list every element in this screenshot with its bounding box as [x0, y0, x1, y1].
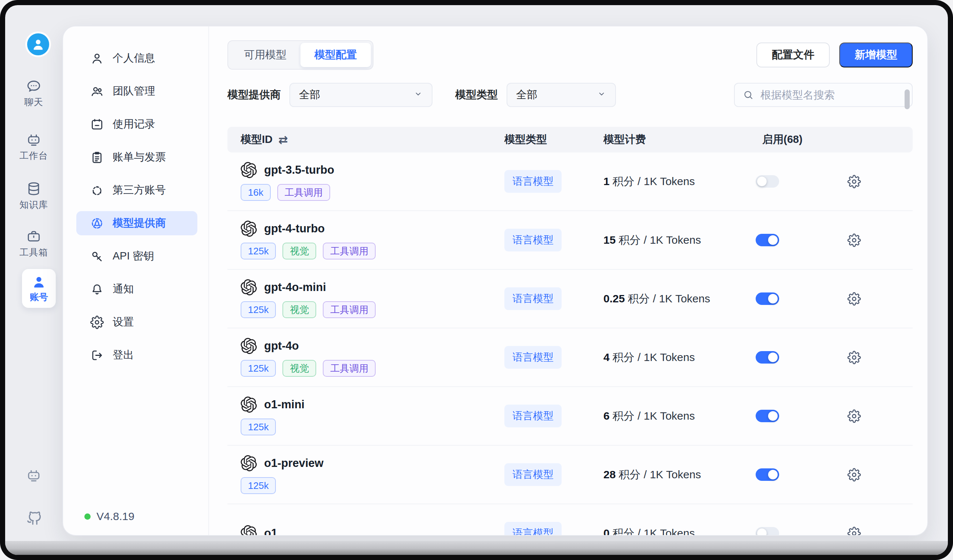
- model-tag: 125k: [241, 360, 276, 377]
- rail-item-account[interactable]: 账号: [22, 269, 56, 308]
- model-billing-cell: 1积分 / 1K Tokens: [604, 174, 756, 189]
- openai-logo-icon: [241, 338, 257, 354]
- robot-icon: [26, 132, 42, 147]
- model-cell: o1-preview 125k: [227, 455, 504, 494]
- toggle-knob: [768, 235, 778, 245]
- model-tag: 125k: [241, 419, 276, 435]
- rail-item-bot[interactable]: [5, 468, 62, 483]
- gear-icon[interactable]: [847, 234, 861, 247]
- gear-icon: [90, 316, 104, 329]
- rail-item-workbench[interactable]: 工作台: [5, 132, 62, 162]
- menu-label: 设置: [113, 315, 134, 330]
- model-name: gpt-3.5-turbo: [264, 164, 334, 176]
- model-name: o1-preview: [264, 456, 324, 470]
- rail-item-github[interactable]: [5, 509, 62, 526]
- model-tags: 125k视觉工具调用: [241, 301, 504, 318]
- model-type-badge: 语言模型: [504, 229, 562, 251]
- enable-toggle[interactable]: [756, 351, 779, 364]
- sort-icon[interactable]: ⇄: [278, 133, 288, 146]
- model-type-badge: 语言模型: [504, 522, 562, 536]
- enable-toggle[interactable]: [756, 292, 779, 305]
- menu-item-personal-info[interactable]: 个人信息: [76, 46, 197, 70]
- app-screen: 聊天 工作台 知识库 工具箱: [5, 5, 948, 555]
- account-sidebar: 个人信息 团队管理 使用记录: [63, 26, 209, 535]
- menu-item-settings[interactable]: 设置: [76, 310, 197, 334]
- tab-model-config[interactable]: 模型配置: [300, 43, 371, 67]
- openai-logo-icon: [241, 221, 257, 237]
- model-billing-cell: 15积分 / 1K Tokens: [604, 233, 756, 248]
- model-tag: 16k: [241, 184, 271, 201]
- gear-icon[interactable]: [847, 409, 861, 423]
- chevron-down-icon: [413, 89, 423, 101]
- menu-item-model-provider[interactable]: 模型提供商: [76, 211, 197, 235]
- tab-available-models[interactable]: 可用模型: [230, 43, 300, 67]
- menu-item-api-keys[interactable]: API 密钥: [76, 244, 197, 268]
- rail-item-toolbox[interactable]: 工具箱: [5, 229, 62, 258]
- user-avatar[interactable]: [25, 31, 51, 57]
- rail-item-knowledge[interactable]: 知识库: [5, 181, 62, 211]
- model-search[interactable]: [734, 83, 913, 107]
- table-row: gpt-4o-mini 125k视觉工具调用 语言模型 0.25积分 / 1K …: [227, 270, 913, 328]
- gear-icon[interactable]: [847, 351, 861, 364]
- enable-toggle[interactable]: [756, 469, 779, 481]
- table-row: o1-preview 125k 语言模型 28积分 / 1K Tokens: [227, 446, 913, 504]
- toggle-knob: [768, 294, 778, 303]
- model-name: gpt-4-turbo: [264, 222, 324, 235]
- menu-item-usage[interactable]: 使用记录: [76, 112, 197, 136]
- menu-label: API 密钥: [113, 249, 154, 263]
- key-icon: [90, 249, 104, 263]
- version-text: V4.8.19: [96, 510, 134, 523]
- provider-select[interactable]: 全部: [289, 83, 433, 107]
- gear-icon[interactable]: [847, 175, 861, 189]
- enable-toggle[interactable]: [756, 410, 779, 422]
- chevron-down-icon: [597, 89, 606, 101]
- gear-icon[interactable]: [847, 292, 861, 306]
- billing-unit: 积分 / 1K Tokens: [613, 175, 695, 187]
- menu-item-third-party[interactable]: 第三方账号: [76, 178, 197, 202]
- type-select[interactable]: 全部: [507, 83, 616, 107]
- model-type-cell: 语言模型: [504, 405, 604, 427]
- enable-toggle[interactable]: [756, 527, 779, 536]
- col-model-id: 模型ID: [241, 132, 273, 147]
- device-chin: [5, 541, 948, 555]
- menu-item-billing[interactable]: 账单与发票: [76, 145, 197, 169]
- model-name: o1-mini: [264, 398, 304, 411]
- device-frame: 聊天 工作台 知识库 工具箱: [0, 0, 953, 560]
- left-rail: 聊天 工作台 知识库 工具箱: [5, 5, 62, 541]
- menu-item-team[interactable]: 团队管理: [76, 79, 197, 104]
- app-version: V4.8.19: [84, 510, 134, 523]
- model-type-cell: 语言模型: [504, 463, 604, 486]
- model-type-badge: 语言模型: [504, 405, 562, 427]
- scrollbar-thumb[interactable]: [905, 90, 910, 109]
- model-cell: o1: [227, 525, 504, 536]
- enable-toggle[interactable]: [756, 175, 779, 188]
- menu-label: 第三方账号: [113, 183, 166, 198]
- add-model-button[interactable]: 新增模型: [839, 43, 913, 67]
- rail-label: 工作台: [19, 150, 48, 162]
- menu-item-logout[interactable]: 登出: [76, 343, 197, 367]
- menu-label: 账单与发票: [113, 150, 166, 164]
- gear-icon[interactable]: [847, 468, 861, 481]
- toggle-knob: [768, 353, 778, 362]
- gear-icon[interactable]: [847, 527, 861, 536]
- toggle-knob: [768, 411, 778, 421]
- rail-item-chat[interactable]: 聊天: [5, 79, 62, 108]
- model-tag: 工具调用: [323, 243, 376, 260]
- model-type-cell: 语言模型: [504, 170, 604, 193]
- model-tag: 视觉: [282, 301, 316, 318]
- model-cell: gpt-4o 125k视觉工具调用: [227, 338, 504, 377]
- config-file-button[interactable]: 配置文件: [756, 43, 830, 67]
- rail-label: 工具箱: [19, 246, 48, 258]
- model-type-cell: 语言模型: [504, 346, 604, 369]
- billing-unit: 积分 / 1K Tokens: [613, 527, 695, 536]
- search-input[interactable]: [760, 89, 904, 102]
- team-icon: [90, 85, 104, 98]
- menu-item-notifications[interactable]: 通知: [76, 277, 197, 301]
- model-type-badge: 语言模型: [504, 346, 562, 369]
- model-type-badge: 语言模型: [504, 463, 562, 486]
- github-icon: [25, 509, 42, 526]
- table-body: gpt-3.5-turbo 16k工具调用 语言模型 1积分 / 1K Toke…: [227, 152, 913, 536]
- openai-logo-icon: [241, 396, 257, 413]
- model-tag: 工具调用: [323, 301, 376, 318]
- enable-toggle[interactable]: [756, 234, 779, 246]
